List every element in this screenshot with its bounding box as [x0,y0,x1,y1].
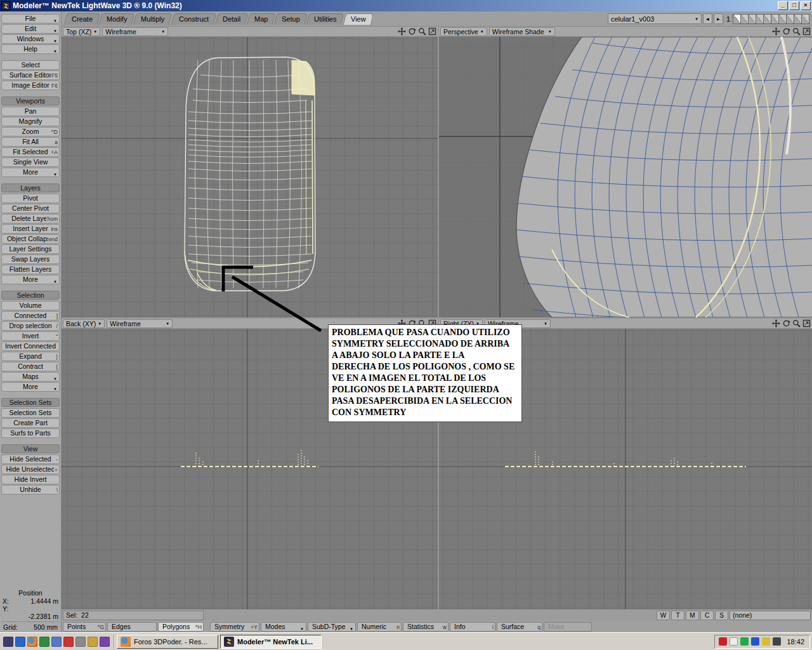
sidebar-menu-help[interactable]: Help▼ [1,44,60,54]
sidebar-menu-windows[interactable]: Windows▼ [1,34,60,44]
maximize-viewport-icon[interactable] [428,27,436,36]
tray-icon-6[interactable] [773,637,781,646]
rotate-viewport-icon[interactable] [408,27,416,36]
sidebar-item-flatten-layers[interactable]: Flatten Layers [1,265,60,274]
statistics-button[interactable]: Statisticsw [403,622,449,632]
sidebar-item-surfs-to-parts[interactable]: Surfs to Parts [1,428,60,438]
taskbar-task-modeler[interactable]: Modeler™ NewTek Li... [220,635,322,649]
tab-detail[interactable]: Detail [215,13,249,25]
firefox-icon[interactable] [27,637,37,647]
tab-construct[interactable]: Construct [171,13,216,25]
sidebar-item-contract[interactable]: Contract{ [1,362,60,371]
sidebar-item-fit-selected[interactable]: Fit Selected+A [1,147,60,157]
sidebar-menu-edit[interactable]: Edit▼ [1,24,60,34]
sidebar-item-layer-settings[interactable]: Layer Settings [1,244,60,254]
subd-type-dropdown[interactable]: SubD-Type▼ [308,622,356,632]
pan-viewport-icon[interactable] [772,27,780,36]
tab-multiply[interactable]: Multiply [133,13,173,25]
viewport-canvas-perspective[interactable] [439,37,812,317]
render-mode-dropdown[interactable]: Wireframe Shade ▼ [489,27,555,36]
tray-icon-3[interactable] [740,637,749,646]
close-button[interactable]: × [801,1,811,10]
sidebar-item-magnify[interactable]: Magnify [1,117,60,126]
zoom-viewport-icon[interactable] [418,27,426,36]
sidebar-item-object-collapse[interactable]: Object Collapseend [1,234,60,244]
render-mode-dropdown[interactable]: Wireframe ▼ [107,319,173,328]
sidebar-item-center-pivot[interactable]: Center Pivot [1,204,60,213]
sidebar-item-connected[interactable]: Connected] [1,311,60,321]
maximize-viewport-icon[interactable] [802,319,811,328]
sidebar-item-pivot[interactable]: Pivot [1,194,60,203]
sidebar-item-create-part[interactable]: Create Part [1,418,60,428]
tray-icon-5[interactable] [762,637,770,646]
tab-modify[interactable]: Modify [99,13,135,25]
pan-viewport-icon[interactable] [398,27,406,36]
sidebar-item-expand[interactable]: Expand} [1,352,60,361]
sidebar-item-unhide[interactable]: Unhide\ [1,485,60,494]
sidebar-menu-file[interactable]: File▼ [1,14,60,23]
vmap-color-button[interactable]: C [700,611,714,620]
sidebar-item-selection-sets[interactable]: Selection Sets [1,408,60,418]
modes-dropdown[interactable]: Modes▼ [261,622,306,632]
vmap-selection-button[interactable]: S [715,611,728,620]
sidebar-item-invert-connected[interactable]: Invert Connected [1,342,60,351]
sidebar-item-hide-unselected[interactable]: Hide Unselected= [1,465,60,474]
sidebar-item-maps[interactable]: Maps▼ [1,372,60,381]
symmetry-button[interactable]: Symmetry+Y [210,622,259,632]
tab-view[interactable]: View [343,13,373,25]
sidebar-item-zoom[interactable]: Zoom^D [1,127,60,136]
sidebar-item-surface-editor[interactable]: Surface EditorF5 [1,70,60,80]
maximize-button[interactable]: □ [789,1,799,10]
sidebar-item-image-editor[interactable]: Image EditorF6 [1,81,60,90]
points-mode-button[interactable]: Points^G [63,622,106,632]
sidebar-item-drop-selection[interactable]: Drop selection/ [1,321,60,331]
tray-icon-2[interactable] [730,637,738,646]
sidebar-item-insert-layer[interactable]: Insert Layerins [1,224,60,234]
sidebar-item-volume[interactable]: Volume [1,301,60,310]
vmap-morph-button[interactable]: M [686,611,699,620]
viewport-canvas-top[interactable] [62,37,438,317]
info-button[interactable]: Infoi [450,622,495,632]
layer-prev-button[interactable]: ◀ [703,13,712,24]
quick-launch-icon-9[interactable] [100,637,110,647]
tab-create[interactable]: Create [64,13,101,25]
view-type-dropdown[interactable]: Perspective ▼ [440,27,487,36]
tab-setup[interactable]: Setup [274,13,308,25]
zoom-viewport-icon[interactable] [792,319,801,328]
object-selector[interactable]: celular1_v003 ▼ [608,13,702,24]
pan-viewport-icon[interactable] [772,319,780,328]
sidebar-item-hide-selected[interactable]: Hide Selected- [1,454,60,464]
quick-launch-icon-4[interactable] [39,637,49,647]
zoom-viewport-icon[interactable] [792,27,801,36]
taskbar-task-firefox[interactable]: Foros 3DPoder. - Res... [117,635,218,649]
sidebar-item-selection-more[interactable]: More▼ [1,382,60,392]
quick-launch-icon-8[interactable] [88,637,98,647]
sidebar-item-hide-invert[interactable]: Hide Invert [1,475,60,484]
tray-icon-1[interactable] [719,637,727,646]
edges-mode-button[interactable]: Edges [107,622,157,632]
layer-next-button[interactable]: ▶ [714,13,723,24]
quick-launch-icon-7[interactable] [75,637,86,647]
quick-launch-icon-5[interactable] [51,637,62,647]
sidebar-item-delete-layer[interactable]: Delete Layerhom [1,214,60,223]
vmap-weight-button[interactable]: W [657,611,670,620]
tray-icon-4[interactable] [751,637,759,646]
minimize-button[interactable]: _ [778,1,788,10]
tab-map[interactable]: Map [247,13,276,25]
maximize-viewport-icon[interactable] [802,27,811,36]
sidebar-item-swap-layers[interactable]: Swap Layers [1,255,60,264]
layer-cell[interactable] [801,14,809,24]
sidebar-item-single-view[interactable]: Single View [1,157,60,167]
sidebar-item-viewports-more[interactable]: More▼ [1,168,60,177]
sidebar-item-select[interactable]: Select [1,60,60,70]
sidebar-item-fit-all[interactable]: Fit Alla [1,137,60,147]
rotate-viewport-icon[interactable] [782,319,790,328]
polygons-mode-button[interactable]: Polygons^H [158,622,204,632]
rotate-viewport-icon[interactable] [782,27,790,36]
numeric-button[interactable]: Numericn [357,622,402,632]
vmap-texture-button[interactable]: T [671,611,684,620]
sidebar-item-layers-more[interactable]: More▼ [1,275,60,284]
surface-button[interactable]: Surfaceq [497,622,542,632]
sidebar-item-pan[interactable]: Pan [1,107,60,116]
sidebar-item-invert[interactable]: Invert" [1,331,60,341]
